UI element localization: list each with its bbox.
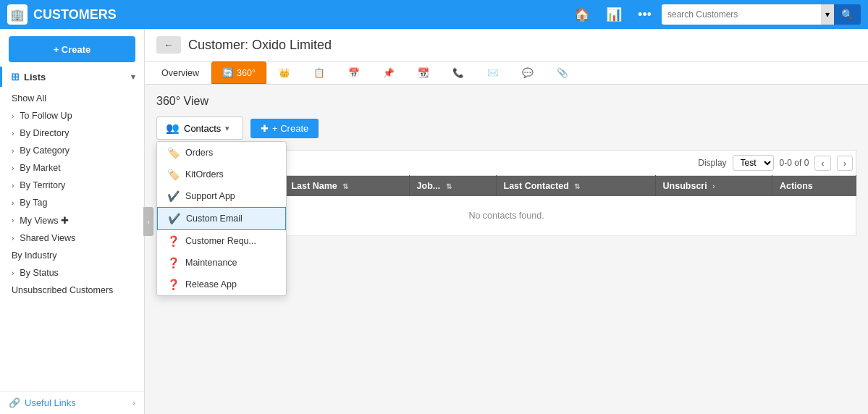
search-input[interactable] <box>662 4 821 25</box>
contacts-dropdown-button[interactable]: 👥 Contacts ▾ <box>156 117 243 140</box>
view-create-button[interactable]: ✚ + Create <box>250 119 319 138</box>
phone-icon: 📞 <box>452 67 464 78</box>
dropdown-item-orders[interactable]: 🏷️ Orders <box>157 142 286 164</box>
prev-page-button[interactable]: ‹ <box>814 156 830 171</box>
search-dropdown-btn[interactable]: ▾ <box>821 4 834 25</box>
col-actions: Actions <box>772 176 856 197</box>
lists-label: Lists <box>24 72 46 83</box>
col-last-name[interactable]: Last Name ⇅ <box>284 176 409 197</box>
sidebar-item-by-directory[interactable]: › By Directory <box>0 124 144 142</box>
lists-icon: ⊞ <box>11 71 20 83</box>
chat-icon: 💬 <box>522 67 534 78</box>
sidebar-item-by-territory[interactable]: › By Territory <box>0 177 144 194</box>
maintenance-icon: ❓ <box>167 257 180 269</box>
tab-crown[interactable]: 👑 <box>268 62 301 84</box>
tab-bar: Overview 🔄 360° 👑 📋 📅 📌 📆 📞 <box>145 62 868 85</box>
view-controls: 👥 Contacts ▾ ✚ + Create 🏷️ Orders 🏷️ <box>156 117 856 140</box>
sort-icon-unsubscribed: › <box>712 182 715 190</box>
sidebar-item-by-market[interactable]: › By Market <box>0 159 144 177</box>
top-header: 🏢 CUSTOMERS 🏠 📊 ••• ▾ 🔍 <box>0 0 868 29</box>
list-icon: 📋 <box>313 67 325 78</box>
page-title: Customer: Oxido Limited <box>188 38 332 53</box>
dropdown-item-support-app[interactable]: ✔️ Support App <box>157 185 286 207</box>
contacts-label: Contacts <box>184 123 221 134</box>
dropdown-item-maintenance[interactable]: ❓ Maintenance <box>157 252 286 274</box>
release-app-icon: ❓ <box>167 279 180 290</box>
sidebar: + Create ⊞ Lists ▾ Show All › To Follow … <box>0 29 145 414</box>
tab-email[interactable]: ✉️ <box>476 62 510 84</box>
lists-arrow: ▾ <box>131 72 135 82</box>
tab-360[interactable]: 🔄 360° <box>211 62 266 84</box>
sidebar-item-shared-views[interactable]: › Shared Views <box>0 229 144 247</box>
sidebar-collapse-handle[interactable]: ‹ <box>143 207 153 236</box>
content-header: ← Customer: Oxido Limited <box>145 29 868 62</box>
dropdown-item-kitorders[interactable]: 🏷️ KitOrders <box>157 164 286 185</box>
col-unsubscribed[interactable]: Unsubscri › <box>655 176 772 197</box>
attachment-icon: 📎 <box>557 67 568 78</box>
page-info: 0-0 of 0 <box>780 158 809 168</box>
tab-schedule[interactable]: 📆 <box>407 62 440 84</box>
view-title: 360° View <box>156 95 856 108</box>
tab-chat[interactable]: 💬 <box>511 62 544 84</box>
display-label: Display <box>698 158 726 168</box>
email-icon: ✉️ <box>487 67 499 78</box>
sidebar-item-by-category[interactable]: › By Category <box>0 142 144 159</box>
calendar-icon: 📅 <box>348 67 360 78</box>
header-controls: 🏠 📊 ••• ▾ 🔍 <box>152 4 861 25</box>
sort-icon-last-name: ⇅ <box>342 182 348 190</box>
app-icon: 🏢 <box>7 4 28 25</box>
app-title: CUSTOMERS <box>33 7 117 22</box>
schedule-icon: 📆 <box>418 67 429 78</box>
tab-pin[interactable]: 📌 <box>372 62 405 84</box>
tab-calendar[interactable]: 📅 <box>337 62 371 84</box>
create-plus-icon: ✚ <box>261 123 269 134</box>
sidebar-item-to-follow-up[interactable]: › To Follow Up <box>0 107 144 124</box>
tab-phone[interactable]: 📞 <box>442 62 475 84</box>
view-area: 360° View 👥 Contacts ▾ ✚ + Create 🏷️ <box>145 85 868 414</box>
sidebar-item-by-status[interactable]: › By Status <box>0 264 144 282</box>
useful-links-arrow: › <box>132 397 135 408</box>
sidebar-item-show-all[interactable]: Show All <box>0 90 144 107</box>
create-label: + Create <box>272 123 308 134</box>
create-button[interactable]: + Create <box>9 36 135 62</box>
sidebar-item-unsubscribed[interactable]: Unsubscribed Customers <box>0 282 144 299</box>
contacts-arrow: ▾ <box>225 124 229 133</box>
tab-list[interactable]: 📋 <box>303 62 336 84</box>
contacts-dropdown-menu: 🏷️ Orders 🏷️ KitOrders ✔️ Support App ✔️… <box>156 141 287 296</box>
tab-overview[interactable]: Overview <box>151 62 210 84</box>
useful-links-label: Useful Links <box>25 397 76 408</box>
tab-attachment[interactable]: 📎 <box>546 62 579 84</box>
pin-icon: 📌 <box>383 67 395 78</box>
more-button[interactable]: ••• <box>632 4 657 25</box>
app-branding: 🏢 CUSTOMERS <box>7 4 152 25</box>
support-app-icon: ✔️ <box>167 190 180 202</box>
chart-button[interactable]: 📊 <box>600 4 628 25</box>
home-button[interactable]: 🏠 <box>568 4 596 25</box>
dropdown-item-release-app[interactable]: ❓ Release App <box>157 274 286 295</box>
tab-360-icon: 🔄 <box>222 67 234 78</box>
contacts-icon: 👥 <box>166 122 180 135</box>
customer-req-icon: ❓ <box>167 235 180 247</box>
custom-email-icon: ✔️ <box>168 213 180 224</box>
content-area: ← Customer: Oxido Limited Overview 🔄 360… <box>145 29 868 414</box>
display-select[interactable]: Test <box>733 155 774 171</box>
sidebar-item-my-views[interactable]: › My Views ✚ <box>0 211 144 229</box>
dropdown-item-custom-email[interactable]: ✔️ Custom Email <box>157 207 286 230</box>
dropdown-item-customer-req[interactable]: ❓ Customer Requ... <box>157 230 286 252</box>
lists-header[interactable]: ⊞ Lists ▾ <box>0 67 144 87</box>
back-button[interactable]: ← <box>156 36 181 54</box>
sidebar-nav: Show All › To Follow Up › By Directory ›… <box>0 87 144 302</box>
sort-icon-last-contacted: ⇅ <box>574 182 580 190</box>
useful-links[interactable]: 🔗 Useful Links › <box>0 391 144 414</box>
sidebar-item-by-tag[interactable]: › By Tag <box>0 194 144 211</box>
sort-icon-job: ⇅ <box>446 182 452 190</box>
col-last-contacted[interactable]: Last Contacted ⇅ <box>496 176 655 197</box>
main-layout: + Create ⊞ Lists ▾ Show All › To Follow … <box>0 29 868 414</box>
search-button[interactable]: 🔍 <box>834 4 861 25</box>
col-job[interactable]: Job... ⇅ <box>409 176 496 197</box>
kitorders-icon: 🏷️ <box>167 169 180 180</box>
next-page-button[interactable]: › <box>837 156 853 171</box>
crown-icon: 👑 <box>279 67 290 78</box>
link-icon: 🔗 <box>9 397 20 408</box>
orders-icon: 🏷️ <box>167 147 180 159</box>
